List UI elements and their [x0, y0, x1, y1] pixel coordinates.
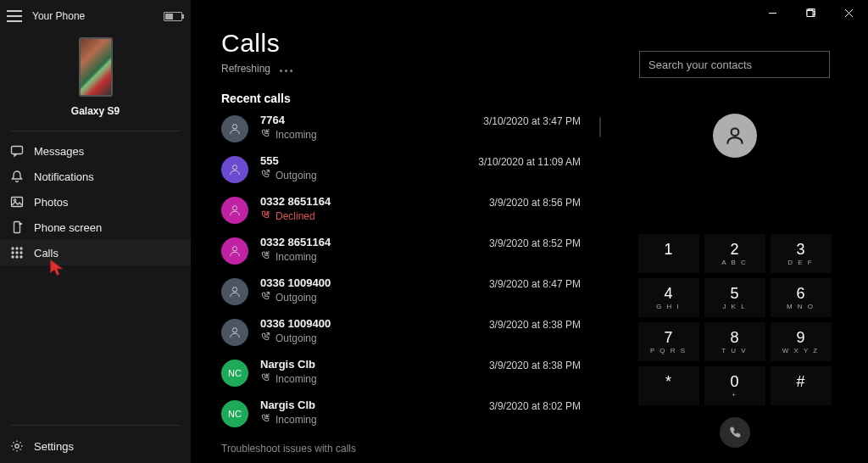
- call-time: 3/9/2020 at 8:52 PM: [489, 237, 581, 249]
- svg-point-2: [14, 199, 15, 201]
- call-type: Incoming: [260, 413, 317, 426]
- svg-point-23: [731, 128, 738, 136]
- call-button[interactable]: [720, 417, 750, 448]
- call-row[interactable]: NCNargis ClbIncoming3/9/2020 at 8:02 PM: [221, 399, 601, 439]
- contact-avatar: NC: [221, 360, 248, 387]
- troubleshoot-link[interactable]: Troubleshoot issues with calls: [221, 443, 601, 455]
- dialpad-key-3[interactable]: 3D E F: [771, 234, 832, 273]
- nav-label: Messages: [34, 145, 84, 158]
- call-direction-icon: [260, 332, 270, 344]
- call-type-label: Incoming: [275, 251, 317, 263]
- call-type-label: Incoming: [275, 414, 317, 426]
- call-time: 3/10/2020 at 11:09 AM: [478, 156, 581, 168]
- sidebar-item-messages[interactable]: Messages: [0, 138, 191, 164]
- dialpad-key-5[interactable]: 5J K L: [704, 278, 765, 317]
- svg-point-13: [15, 444, 19, 448]
- dialpad-key-6[interactable]: 6M N O: [771, 278, 832, 317]
- key-number: 2: [730, 242, 738, 257]
- sidebar-item-notifications[interactable]: Notifications: [0, 164, 191, 189]
- dialpad: 12A B C3D E F4G H I5J K L6M N O7P Q R S8…: [638, 234, 832, 405]
- call-time: 3/9/2020 at 8:47 PM: [489, 278, 581, 290]
- battery-icon: [164, 12, 182, 21]
- image-icon: [10, 195, 24, 209]
- calls-panel: Calls Refreshing Recent calls 7764Incomi…: [191, 0, 601, 463]
- call-type-label: Outgoing: [275, 170, 317, 181]
- refreshing-label: Refreshing: [221, 63, 270, 75]
- contact-name: 0336 1009400: [260, 317, 331, 330]
- sidebar-item-settings[interactable]: Settings: [0, 429, 191, 463]
- page-title: Calls: [221, 29, 601, 58]
- contact-name: 0336 1009400: [260, 276, 331, 289]
- dialpad-key-7[interactable]: 7P Q R S: [638, 322, 699, 361]
- call-row[interactable]: NCNargis ClbIncoming3/9/2020 at 8:38 PM: [221, 358, 601, 399]
- call-type-label: Incoming: [275, 129, 317, 141]
- svg-point-6: [20, 248, 22, 249]
- call-type-label: Outgoing: [275, 332, 317, 344]
- dialpad-key-9[interactable]: 9W X Y Z: [771, 322, 832, 361]
- key-number: #: [796, 374, 804, 389]
- key-letters: +: [732, 391, 737, 399]
- contact-avatar: [221, 156, 248, 183]
- call-row[interactable]: 0332 8651164Declined3/9/2020 at 8:56 PM: [221, 195, 601, 236]
- close-button[interactable]: [830, 0, 868, 25]
- device-name: Galaxy S9: [71, 105, 120, 117]
- call-type: Incoming: [260, 372, 317, 385]
- key-number: 9: [796, 330, 804, 345]
- call-list: 7764Incoming3/10/2020 at 3:47 PM555Outgo…: [221, 114, 601, 439]
- sidebar-item-calls[interactable]: Calls: [0, 240, 191, 265]
- minimize-button[interactable]: [754, 0, 792, 25]
- dialpad-key-4[interactable]: 4G H I: [638, 278, 699, 317]
- dialpad-key-2[interactable]: 2A B C: [704, 234, 765, 273]
- key-number: 8: [730, 330, 738, 345]
- window-controls: [754, 0, 868, 25]
- dialpad-key-#[interactable]: #: [771, 366, 832, 405]
- contact-avatar: [221, 197, 248, 224]
- key-letters: A B C: [721, 259, 747, 266]
- dialpad-icon: [10, 246, 24, 259]
- phone-screen-icon: [10, 220, 24, 234]
- contact-name: Nargis Clb: [260, 358, 317, 371]
- sidebar-item-phone-screen[interactable]: Phone screen: [0, 215, 191, 240]
- call-row[interactable]: 555Outgoing3/10/2020 at 11:09 AM: [221, 154, 601, 195]
- svg-rect-1: [12, 198, 23, 207]
- divider: [10, 131, 181, 131]
- key-number: 7: [664, 330, 672, 345]
- svg-point-14: [232, 125, 236, 129]
- contact-avatar: NC: [221, 400, 248, 427]
- key-number: 4: [664, 286, 672, 301]
- device-block[interactable]: Galaxy S9: [0, 29, 191, 124]
- nav-label: Photos: [34, 196, 68, 209]
- svg-point-11: [16, 256, 18, 258]
- dialpad-key-0[interactable]: 0+: [704, 366, 765, 405]
- key-letters: P Q R S: [650, 347, 687, 354]
- sidebar-item-photos[interactable]: Photos: [0, 189, 191, 215]
- key-number: 0: [730, 374, 738, 389]
- contact-avatar: [221, 278, 248, 305]
- maximize-button[interactable]: [792, 0, 830, 25]
- dialpad-key-*[interactable]: *: [638, 366, 699, 405]
- call-row[interactable]: 7764Incoming3/10/2020 at 3:47 PM: [221, 114, 601, 154]
- svg-point-16: [232, 206, 236, 210]
- recent-calls-header: Recent calls: [221, 92, 601, 105]
- key-letters: M N O: [787, 303, 815, 310]
- search-contacts-input[interactable]: [639, 51, 830, 78]
- nav-label: Phone screen: [34, 221, 102, 234]
- contact-avatar: [221, 237, 248, 265]
- call-direction-icon: [260, 250, 270, 263]
- dialpad-key-8[interactable]: 8T U V: [704, 322, 765, 361]
- call-row[interactable]: 0336 1009400Outgoing3/9/2020 at 8:38 PM: [221, 317, 601, 358]
- call-row[interactable]: 0332 8651164Incoming3/9/2020 at 8:52 PM: [221, 236, 601, 276]
- call-row[interactable]: 0336 1009400Outgoing3/9/2020 at 8:47 PM: [221, 276, 601, 317]
- hamburger-menu-icon[interactable]: [7, 10, 22, 22]
- nav-label: Calls: [34, 247, 58, 259]
- dialer-panel: 12A B C3D E F4G H I5J K L6M N O7P Q R S8…: [601, 0, 868, 463]
- call-direction-icon: [260, 372, 270, 385]
- dialpad-key-1[interactable]: 1: [638, 234, 699, 273]
- svg-point-19: [232, 328, 236, 332]
- call-direction-icon: [260, 209, 270, 222]
- call-time: 3/9/2020 at 8:38 PM: [489, 319, 581, 331]
- call-time: 3/10/2020 at 3:47 PM: [483, 115, 581, 127]
- call-type-label: Outgoing: [275, 292, 317, 304]
- key-letters: W X Y Z: [782, 347, 820, 354]
- contact-name: 0332 8651164: [260, 236, 331, 248]
